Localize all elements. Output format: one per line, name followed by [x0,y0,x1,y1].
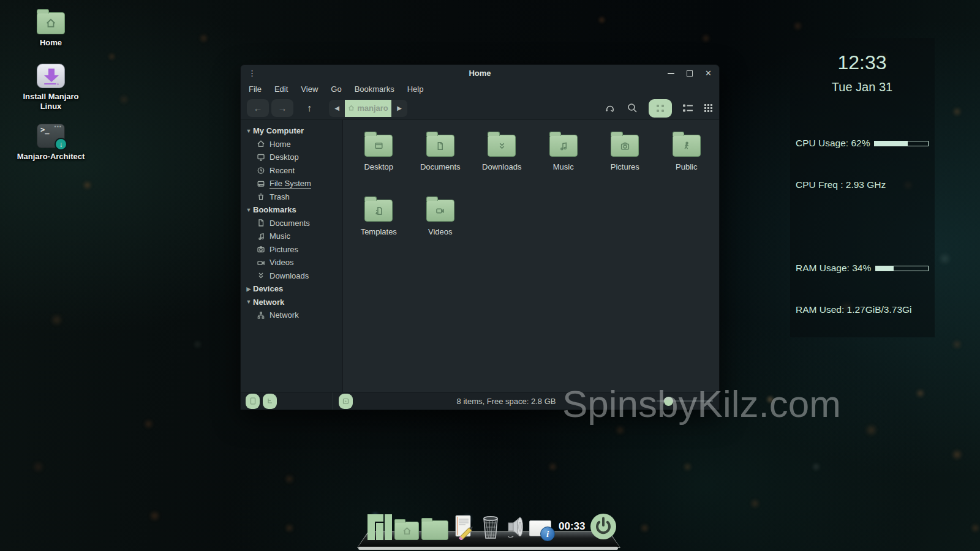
desktop-icon-label: Install Manjaro Linux [14,92,88,111]
sidebar-item-network[interactable]: Network [241,309,342,322]
dock-floor-strip [358,547,618,550]
file-item-documents[interactable]: Documents [410,130,472,195]
ram-usage-label: RAM Usage: 34% [796,261,871,276]
collapse-triangle-icon: ▼ [244,128,253,134]
search-icon[interactable] [627,102,638,114]
speaker-icon [505,514,527,540]
file-item-public[interactable]: Public [656,130,718,195]
sidebar-section-bookmarks[interactable]: ▼Bookmarks [241,203,342,217]
sidebar-item-videos[interactable]: Videos [241,256,342,269]
desktop-icon-home[interactable]: Home [14,9,88,48]
clock-icon [257,166,265,174]
file-item-desktop[interactable]: Desktop [348,130,410,195]
folder-icon [549,135,578,157]
menu-bookmarks[interactable]: Bookmarks [355,84,394,94]
text-editor-icon [451,514,477,540]
sidebar-item-documents[interactable]: Documents [241,217,342,230]
close-button[interactable]: ✕ [705,70,712,77]
path-scroll-right-button[interactable]: ▶ [391,100,407,117]
desktop-icon-label: Manjaro-Architect [14,152,88,162]
dock-power-button[interactable] [590,513,617,540]
dock-home-button[interactable] [394,522,419,540]
dock-file-manager-button[interactable] [421,520,448,540]
sidebar-section-network[interactable]: ▼Network [241,296,342,309]
folder-icon [426,135,454,157]
dock-clock: 00:33 [559,520,585,533]
compact-view-icon[interactable] [704,103,713,113]
file-item-music[interactable]: Music [533,130,595,195]
icon-view-grid-icon [656,104,665,113]
desktop-icon-install-manjaro[interactable]: Install Manjaro Linux [14,64,88,111]
ram-usage-bar [875,266,929,271]
file-item-videos[interactable]: Videos [410,195,472,260]
up-button[interactable]: ↑ [307,103,312,114]
sidebar-item-recent[interactable]: Recent [241,164,342,178]
forward-button[interactable]: → [271,99,293,117]
maximize-button[interactable] [687,70,693,77]
list-view-icon[interactable] [682,103,693,113]
background-bokeh [0,0,3,3]
menu-file[interactable]: File [249,84,262,94]
titlebar[interactable]: ⋮ Home ✕ [241,65,719,81]
sidebar-section-my-computer[interactable]: ▼My Computer [241,124,342,138]
dir-tree-toggle-button[interactable] [263,394,277,409]
home-folder-icon [394,522,419,540]
camera-icon [257,245,265,253]
clock-date: Tue Jan 31 [796,80,929,94]
document-icon [257,219,265,227]
home-folder-icon [14,9,88,34]
menu-go[interactable]: Go [331,84,341,94]
menu-edit[interactable]: Edit [274,84,288,94]
show-hidden-toggle-button[interactable] [339,394,353,409]
path-scroll-left-button[interactable]: ◀ [329,100,345,117]
sidebar-item-pictures[interactable]: Pictures [241,243,342,257]
cpu-freq-label: CPU Freq : 2.93 GHz [796,178,929,192]
sidebar-item-downloads[interactable]: Downloads [241,269,342,283]
folder-icon [421,520,448,540]
icon-view-button[interactable] [649,99,672,118]
collapse-triangle-icon: ▶ [244,286,253,292]
sidebar-item-music[interactable]: Music [241,230,342,243]
menu-view[interactable]: View [301,84,318,94]
side-pane-toggle-button[interactable] [246,394,260,409]
back-button[interactable]: ← [247,99,269,117]
file-manager-window: ⋮ Home ✕ File Edit View Go Bookmarks Hel… [240,64,720,410]
terminal-icon: >_•••↓ [14,124,88,148]
dock-trash-button[interactable] [479,514,502,540]
collapse-triangle-icon: ▼ [244,207,253,213]
sidebar-item-home[interactable]: Home [241,138,342,151]
path-segment-home[interactable]: manjaro [345,100,391,117]
sidebar-item-trash[interactable]: Trash [241,190,342,204]
dock-manjaro-menu-button[interactable] [368,514,392,540]
power-icon [590,513,617,540]
monitor-icon [257,153,265,162]
file-item-pictures[interactable]: Pictures [594,130,656,195]
dock-volume-button[interactable] [505,514,527,540]
dock-text-editor-button[interactable] [451,514,477,540]
folder-icon [488,135,516,157]
menu-help[interactable]: Help [407,84,424,94]
folder-icon [364,135,393,157]
minimize-button[interactable] [668,73,674,74]
sidebar-item-desktop[interactable]: Desktop [241,151,342,164]
back-arrow-icon: ← [254,103,263,113]
file-view[interactable]: Desktop Documents Downloads Music Pictur… [342,120,719,392]
folder-icon [364,200,393,222]
desktop-icon-manjaro-architect[interactable]: >_•••↓ Manjaro-Architect [14,124,88,162]
sidebar-item-file-system[interactable]: File System [241,177,342,190]
path-bar: ◀ manjaro ▶ [329,100,407,117]
download-chevrons-icon [257,271,265,280]
sidebar-section-devices[interactable]: ▶Devices [241,282,342,296]
collapse-triangle-icon: ▼ [244,299,253,305]
ram-used-label: RAM Used: 1.27GiB/3.73Gi [796,303,929,317]
manjaro-logo-icon [368,514,392,540]
network-icon [257,311,265,320]
statusbar-separator [333,392,333,410]
window-title: Home [241,69,719,78]
video-camera-icon [257,258,265,267]
watermark: SpinsbyKilz.com [562,382,841,425]
file-item-downloads[interactable]: Downloads [471,130,533,195]
refresh-icon[interactable] [604,102,616,114]
file-item-templates[interactable]: Templates [348,195,410,260]
dock-system-info-button[interactable]: i [529,520,554,540]
